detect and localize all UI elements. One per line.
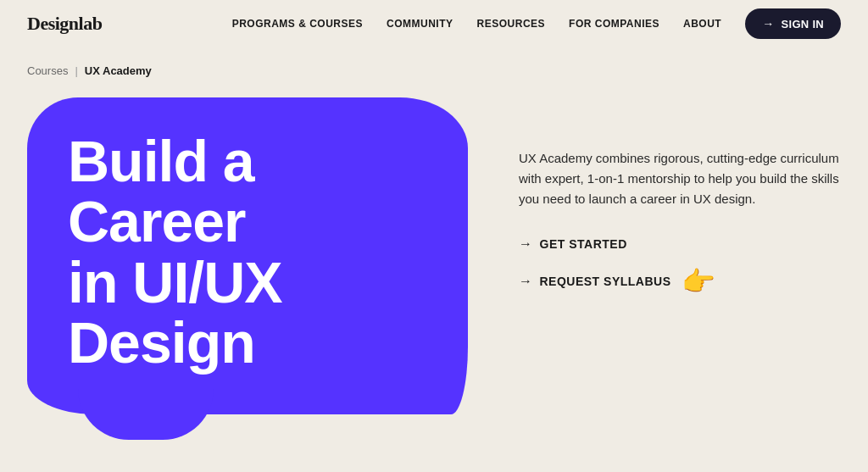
breadcrumb: Courses | UX Academy <box>0 47 868 91</box>
request-syllabus-link[interactable]: → REQUEST SYLLABUS <box>519 274 671 289</box>
main-content: Build a Career in UI/UX Design UX Academ… <box>0 97 868 414</box>
hero-title-line3: Design <box>68 310 255 375</box>
hero-title-line2: in UI/UX <box>68 250 282 314</box>
site-header: Designlab PROGRAMS & COURSES COMMUNITY R… <box>0 0 868 47</box>
nav-community[interactable]: COMMUNITY <box>387 18 453 30</box>
cta-links: → GET STARTED → REQUEST SYLLABUS 👉 <box>519 236 841 297</box>
course-description: UX Academy combines rigorous, cutting-ed… <box>519 148 841 209</box>
get-started-link[interactable]: → GET STARTED <box>519 236 841 252</box>
right-content: UX Academy combines rigorous, cutting-ed… <box>519 97 841 297</box>
get-started-arrow-icon: → <box>519 236 533 252</box>
sign-in-button[interactable]: → SIGN IN <box>745 8 841 39</box>
breadcrumb-separator: | <box>75 64 77 77</box>
request-syllabus-row: → REQUEST SYLLABUS 👉 <box>519 265 841 297</box>
nav-about[interactable]: ABOUT <box>683 18 721 30</box>
sign-in-label: SIGN IN <box>782 18 825 31</box>
get-started-label: GET STARTED <box>540 237 627 251</box>
main-nav: PROGRAMS & COURSES COMMUNITY RESOURCES F… <box>232 8 841 39</box>
hero-title-line1: Build a Career <box>68 129 254 253</box>
hero-blob-shape: Build a Career in UI/UX Design <box>27 97 468 414</box>
breadcrumb-parent-link[interactable]: Courses <box>27 64 68 77</box>
breadcrumb-current: UX Academy <box>85 64 152 77</box>
hand-pointing-icon: 👉 <box>682 265 715 297</box>
nav-programs-courses[interactable]: PROGRAMS & COURSES <box>232 18 363 30</box>
nav-for-companies[interactable]: FOR COMPANIES <box>569 18 659 30</box>
sign-in-arrow-icon: → <box>762 17 774 31</box>
request-syllabus-arrow-icon: → <box>519 274 533 289</box>
nav-resources[interactable]: RESOURCES <box>477 18 546 30</box>
site-logo[interactable]: Designlab <box>27 13 102 35</box>
request-syllabus-label: REQUEST SYLLABUS <box>540 275 671 288</box>
hero-blob: Build a Career in UI/UX Design <box>27 97 468 414</box>
hero-title: Build a Career in UI/UX Design <box>68 131 427 374</box>
